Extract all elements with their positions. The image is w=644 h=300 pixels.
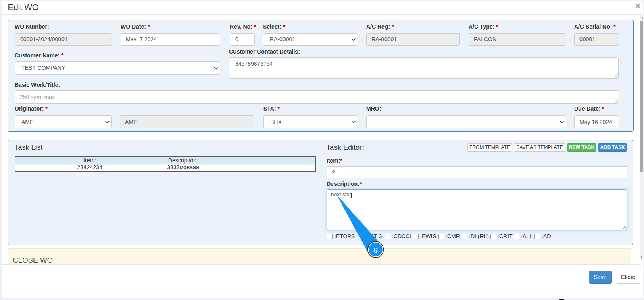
svg-text:6: 6 [373,246,378,254]
